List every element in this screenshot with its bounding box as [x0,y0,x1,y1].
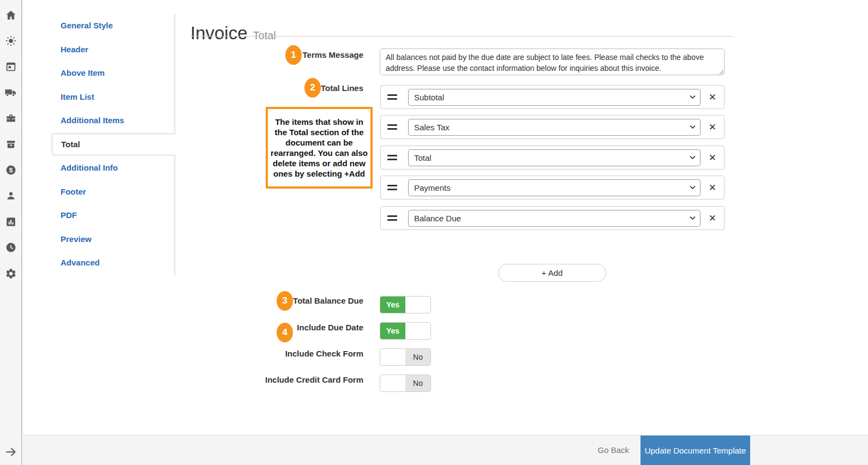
total-line-row: Payments ✕ [380,176,725,200]
total-line-row: Balance Due ✕ [380,206,725,230]
total-balance-due-label: Total Balance Due [293,296,363,305]
person-icon[interactable] [0,183,21,209]
sidebar-item-preview[interactable]: Preview [22,227,175,251]
update-document-template-button[interactable]: Update Document Template [640,436,750,465]
expand-arrow-icon[interactable] [0,442,21,462]
add-line-button[interactable]: + Add [498,264,606,282]
brightness-icon[interactable] [0,28,21,53]
remove-line-button[interactable]: ✕ [708,93,717,102]
chart-icon[interactable] [0,209,21,234]
step-badge-3: 3 [277,291,293,311]
include-check-form-label: Include Check Form [285,349,363,358]
sidebar-item-additional-info[interactable]: Additional Info [22,156,175,180]
page-title: InvoiceTotal [190,23,276,44]
toggle-total-balance-due[interactable]: Yes [380,296,431,313]
step-badge-1: 1 [285,45,302,65]
total-line-select-2[interactable]: Total [408,149,701,166]
sidebar-item-total[interactable]: Total [52,134,175,155]
template-section-nav: General Style Header Above Item Item Lis… [22,14,175,275]
sidebar-item-general-style[interactable]: General Style [22,14,175,38]
toggle-yes-segment: Yes [380,297,405,313]
calendar-icon[interactable] [0,54,21,80]
drag-handle-icon[interactable] [387,124,397,130]
toggle-include-check-form[interactable]: No [380,348,431,366]
terms-message-input[interactable]: All balances not paid by the due date ar… [380,49,725,75]
include-credit-card-form-label: Include Credit Card Form [265,375,363,384]
callout-text: The items that show in the Total section… [270,117,368,179]
home-icon[interactable] [0,2,21,28]
sidebar-item-pdf[interactable]: PDF [22,203,175,227]
clock-icon[interactable] [0,235,21,261]
sidebar-item-above-item[interactable]: Above Item [22,61,175,85]
total-line-select-4[interactable]: Balance Due [408,210,701,227]
total-line-select-3[interactable]: Payments [408,179,701,196]
remove-line-button[interactable]: ✕ [708,123,717,132]
page-title-text: Invoice [190,23,248,43]
truck-icon[interactable] [0,80,21,105]
drag-handle-icon[interactable] [387,94,397,100]
total-line-select-1[interactable]: Sales Tax [408,119,701,136]
terms-message-label: Terms Message [303,50,363,59]
toggle-blank-segment [405,323,430,339]
include-due-date-label: Include Due Date [297,323,363,332]
toggle-include-credit-card-form[interactable]: No [380,375,431,392]
title-divider [190,36,733,37]
toggle-include-due-date[interactable]: Yes [380,322,431,340]
remove-line-button[interactable]: ✕ [708,214,717,223]
toggle-yes-segment: Yes [380,323,405,339]
go-back-button[interactable]: Go Back [594,435,632,465]
total-line-row: Total ✕ [380,146,725,170]
dollar-icon[interactable]: $ [0,157,21,183]
remove-line-button[interactable]: ✕ [708,153,717,162]
drag-handle-icon[interactable] [387,185,397,190]
sidebar-item-advanced[interactable]: Advanced [22,251,175,275]
step-badge-2: 2 [304,78,321,98]
svg-text:$: $ [9,167,13,173]
toggle-no-segment: No [405,349,430,365]
toggle-blank-segment [380,375,405,391]
sidebar-item-additional-items[interactable]: Additional Items [22,108,175,132]
total-line-row: Sales Tax ✕ [380,115,725,139]
callout-box: The items that show in the Total section… [266,107,373,189]
toggle-no-segment: No [405,375,430,391]
archive-icon[interactable] [0,131,21,157]
app-icon-sidebar: $ [0,0,22,465]
step-badge-4: 4 [277,323,293,342]
remove-line-button[interactable]: ✕ [708,183,717,192]
toggle-blank-segment [405,297,430,313]
total-line-row: Subtotal ✕ [380,85,725,109]
total-line-select-0[interactable]: Subtotal [408,89,701,106]
toggle-blank-segment [380,349,405,365]
sidebar-item-footer[interactable]: Footer [22,180,175,204]
drag-handle-icon[interactable] [387,215,397,221]
gear-icon[interactable] [0,261,21,286]
drag-handle-icon[interactable] [387,155,397,160]
sidebar-item-item-list[interactable]: Item List [22,85,175,109]
sidebar-item-header[interactable]: Header [22,38,175,62]
total-lines-label: Total Lines [321,83,363,93]
briefcase-icon[interactable] [0,106,21,131]
